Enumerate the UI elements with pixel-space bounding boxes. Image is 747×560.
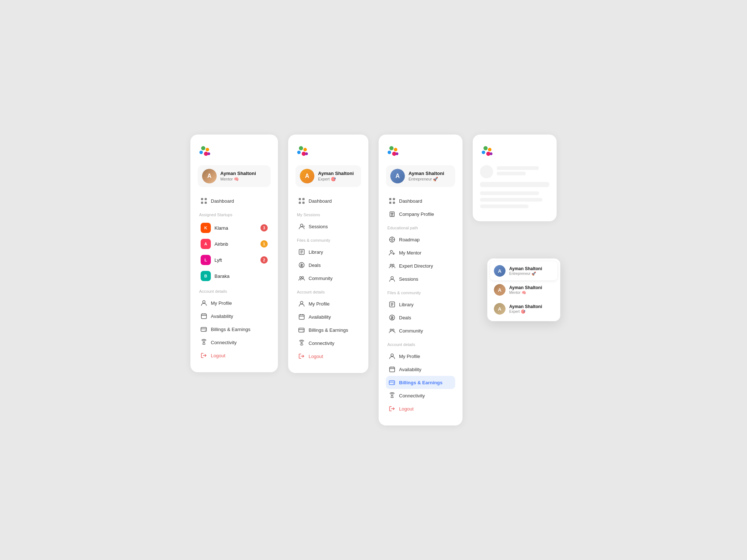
- svg-point-2: [200, 151, 203, 154]
- section-account-2: Account details: [297, 290, 361, 294]
- startup-lyft[interactable]: L Lyft 2: [198, 252, 271, 268]
- nav-dashboard[interactable]: Dashboard: [198, 194, 271, 207]
- wallet-icon-2: [298, 327, 305, 333]
- nav-library-3[interactable]: Library: [386, 298, 455, 311]
- sessions-label-2: Sessions: [309, 224, 328, 229]
- user-card-3[interactable]: A Ayman Shaltoni Entrepreneur 🚀: [386, 165, 455, 187]
- nav-community-2[interactable]: Community: [295, 272, 361, 285]
- library-label-2: Library: [309, 249, 323, 255]
- section-account-3: Account details: [387, 342, 455, 347]
- switcher-expert[interactable]: A Ayman Shaltoni Expert 🎯: [490, 299, 557, 318]
- section-account-1: Account details: [199, 289, 271, 293]
- nav-availability-3[interactable]: Availability: [386, 363, 455, 376]
- logout-label-2: Logout: [309, 354, 323, 359]
- community-icon-2: [298, 275, 305, 281]
- switcher-mentor[interactable]: A Ayman Shaltoni Mentor 🧠: [490, 280, 557, 299]
- svg-rect-8: [205, 202, 207, 204]
- svg-rect-37: [393, 198, 395, 200]
- dashboard-label-3: Dashboard: [399, 198, 422, 204]
- logo-2: [295, 145, 309, 159]
- billings-label-1: Billings & Earnings: [211, 327, 250, 332]
- nav-sessions-2[interactable]: Sessions: [295, 220, 361, 233]
- nav-deals-2[interactable]: Deals: [295, 258, 361, 272]
- nav-sessions-3[interactable]: Sessions: [386, 272, 455, 285]
- svg-point-48: [391, 277, 394, 279]
- svg-point-46: [390, 264, 392, 266]
- sessions-icon-3: [389, 276, 395, 282]
- nav-billings-1[interactable]: Billings & Earnings: [198, 323, 271, 336]
- svg-point-45: [390, 250, 392, 253]
- nav-roadmap[interactable]: Roadmap: [386, 233, 455, 246]
- nav-connectivity-1[interactable]: Connectivity: [198, 336, 271, 349]
- nav-library-2[interactable]: Library: [295, 245, 361, 258]
- grid-icon-3: [389, 198, 395, 204]
- svg-rect-11: [201, 327, 206, 331]
- user-role: Mentor 🧠: [220, 177, 256, 182]
- nav-billings-3[interactable]: Billings & Earnings: [386, 376, 455, 389]
- startup-klarna[interactable]: K Klarna 3: [198, 220, 271, 236]
- svg-point-9: [203, 301, 205, 303]
- nav-availability-2[interactable]: Availability: [295, 310, 361, 323]
- startup-airbnb[interactable]: A Airbnb 1: [198, 236, 271, 252]
- expert-directory-label: Expert Directory: [399, 263, 433, 269]
- nav-dashboard-3[interactable]: Dashboard: [386, 194, 455, 207]
- building-icon: [389, 211, 395, 217]
- airbnb-badge: 1: [260, 240, 268, 248]
- user-card-2[interactable]: A Ayman Shaltoni Expert 🎯: [295, 165, 361, 187]
- user-icon-2: [298, 300, 305, 307]
- lyft-name: Lyft: [214, 257, 257, 263]
- billings-label-2: Billings & Earnings: [309, 327, 348, 333]
- nav-availability-1[interactable]: Availability: [198, 310, 271, 323]
- section-sessions-2: My Sessions: [297, 213, 361, 217]
- billings-label-3: Billings & Earnings: [399, 380, 442, 385]
- logout-label-1: Logout: [211, 353, 225, 358]
- startup-baraka[interactable]: B Baraka: [198, 268, 271, 284]
- svg-point-52: [392, 329, 394, 331]
- user-card[interactable]: A Ayman Shaltoni Mentor 🧠: [198, 165, 271, 187]
- nav-my-profile-2[interactable]: My Profile: [295, 297, 361, 310]
- logout-icon-3: [389, 405, 395, 412]
- skeleton-block: [480, 198, 542, 202]
- wallet-icon: [201, 326, 207, 332]
- switcher-name-entrepreneur: Ayman Shaltoni: [509, 266, 542, 271]
- nav-expert-directory[interactable]: Expert Directory: [386, 259, 455, 272]
- nav-my-mentor[interactable]: My Mentor: [386, 246, 455, 259]
- nav-logout-3[interactable]: Logout: [386, 402, 455, 415]
- svg-point-47: [392, 264, 394, 266]
- nav-my-profile-1[interactable]: My Profile: [198, 296, 271, 310]
- switcher-avatar-mentor: A: [494, 284, 506, 296]
- svg-rect-54: [390, 367, 395, 372]
- section-files-3: Files & community: [387, 291, 455, 295]
- switcher-entrepreneur[interactable]: A Ayman Shaltoni Entrepreneur 🚀: [490, 261, 557, 280]
- avatar-2: A: [300, 169, 314, 183]
- section-files-2: Files & community: [297, 238, 361, 242]
- skeleton-lines: [497, 166, 549, 177]
- account-switcher-popup[interactable]: A Ayman Shaltoni Entrepreneur 🚀 A Ayman …: [487, 258, 560, 321]
- nav-dashboard-2[interactable]: Dashboard: [295, 194, 361, 207]
- svg-rect-40: [390, 212, 394, 217]
- switcher-role-mentor: Mentor 🧠: [509, 291, 542, 295]
- logo-4: [480, 145, 494, 159]
- grid-icon-2: [298, 198, 305, 204]
- nav-billings-2[interactable]: Billings & Earnings: [295, 323, 361, 337]
- panel-entrepreneur: A Ayman Shaltoni Entrepreneur 🚀 Dashboar…: [379, 135, 462, 425]
- svg-point-35: [396, 152, 399, 155]
- nav-deals-3[interactable]: Deals: [386, 311, 455, 324]
- svg-point-31: [390, 146, 394, 150]
- nav-connectivity-2[interactable]: Connectivity: [295, 337, 361, 350]
- nav-logout-1[interactable]: Logout: [198, 349, 271, 362]
- roadmap-label: Roadmap: [399, 237, 419, 242]
- wallet-icon-3: [389, 379, 395, 386]
- nav-logout-2[interactable]: Logout: [295, 350, 361, 363]
- nav-company-profile[interactable]: Company Profile: [386, 207, 455, 221]
- experts-icon: [389, 262, 395, 269]
- svg-rect-41: [391, 213, 392, 214]
- nav-my-profile-3[interactable]: My Profile: [386, 350, 455, 363]
- nav-connectivity-3[interactable]: Connectivity: [386, 389, 455, 402]
- airbnb-name: Airbnb: [214, 241, 257, 247]
- my-mentor-label: My Mentor: [399, 250, 421, 256]
- availability-label-3: Availability: [399, 367, 421, 372]
- nav-community-3[interactable]: Community: [386, 324, 455, 337]
- section-startups: Assigned Startups: [199, 213, 271, 217]
- svg-rect-39: [393, 202, 395, 204]
